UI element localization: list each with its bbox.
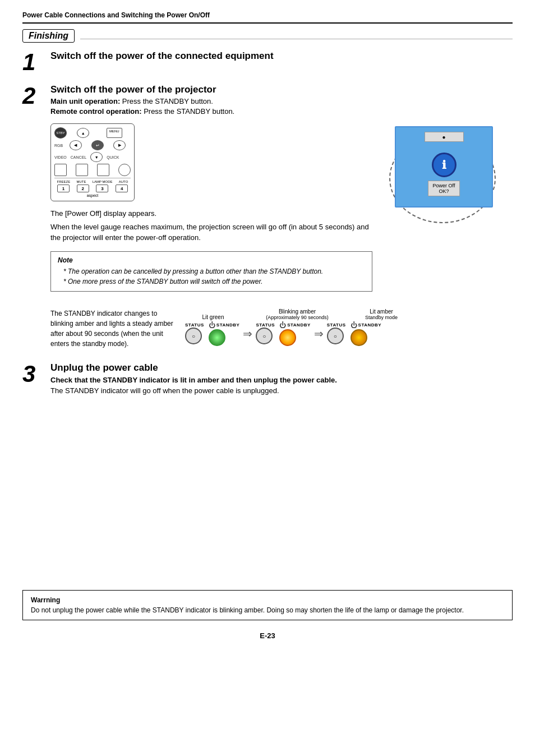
lit-green-label: Lit green (185, 314, 241, 320)
status-circle-3: ○ (327, 328, 344, 344)
lit-amber-label: Lit amber Standby mode (353, 308, 409, 320)
note-item-1: * The operation can be cancelled by pres… (63, 266, 365, 276)
warning-text: Do not unplug the power cable while the … (31, 606, 504, 614)
projector-display: ● ℹ Power Off OK? (384, 123, 513, 299)
standby-btn: STBY (54, 127, 67, 139)
header-title: Power Cable Connections and Switching th… (22, 11, 210, 19)
step-1-title: Switch off the power of the connected eq… (50, 50, 513, 62)
step-3-check: Check that the STANDBY indicator is lit … (50, 376, 513, 384)
power-display-wrap: ● ℹ Power Off OK? (384, 123, 501, 227)
indicator-desc: The STANDBY indicator changes to blinkin… (50, 308, 174, 349)
step-3-title: Unplug the power cable (50, 362, 513, 374)
info-icon: ℹ (432, 153, 456, 177)
standby-circle-3 (350, 329, 367, 346)
power-off-label: Power Off OK? (428, 181, 460, 196)
status-circle-1: ○ (185, 328, 202, 344)
warning-title: Warrning (31, 596, 504, 604)
remote-illustration: STBY ▲ MENU RGB ◀ ↵ ▶ (50, 123, 135, 201)
step2-level-text: When the level gauge reaches maximum, th… (50, 222, 372, 243)
note-title: Note (58, 256, 365, 264)
step2-display-text: The [Power Off] display appears. (50, 208, 372, 219)
indicator-groups: STATUS ○ ⏻ STANDBY ⇒ (185, 321, 513, 346)
step-3-standby: The STANDBY indicator will go off when t… (50, 386, 513, 395)
step-2-number: 2 (22, 84, 45, 108)
blinking-amber-label: Blinking amber (Approximately 90 seconds… (241, 308, 353, 320)
page-footer: E-23 (22, 631, 513, 640)
step-2-title: Switch off the power of the projector (50, 84, 513, 95)
step-1-number: 1 (22, 50, 45, 74)
aspect-label: aspect (54, 193, 131, 197)
note-box: Note * The operation can be cancelled by… (50, 251, 372, 292)
arrow-2: ⇒ (314, 327, 324, 340)
projector-screen: ● ℹ Power Off OK? (395, 126, 493, 208)
indicator-section: The STANDBY indicator changes to blinkin… (50, 308, 513, 349)
standby-circle-1 (209, 329, 225, 346)
step-2: 2 Switch off the power of the projector … (22, 84, 513, 349)
arrow-1: ⇒ (243, 327, 252, 340)
ind-group-3: STATUS ○ ⏻ STANDBY (327, 321, 381, 346)
section-title: Finishing (22, 29, 75, 43)
step-3-number: 3 (22, 362, 45, 386)
ind-group-1: STATUS ○ ⏻ STANDBY (185, 321, 239, 346)
step-3: 3 Unplug the power cable Check that the … (22, 362, 513, 395)
standby-circle-2 (279, 329, 296, 346)
step-2-main-op: Main unit operation: Press the STANDBY b… (50, 97, 513, 105)
page-number: E-23 (260, 631, 275, 640)
warning-box: Warrning Do not unplug the power cable w… (22, 590, 513, 620)
ind-group-2: STATUS ○ ⏻ STANDBY (256, 321, 310, 346)
step-3-content: Check that the STANDBY indicator is lit … (50, 376, 513, 395)
indicator-diagram: Lit green Blinking amber (Approximately … (185, 308, 513, 346)
note-item-2: * One more press of the STANDBY button w… (63, 276, 365, 287)
page-header: Power Cable Connections and Switching th… (22, 11, 513, 24)
status-circle-2: ○ (256, 328, 273, 344)
step-1: 1 Switch off the power of the connected … (22, 50, 513, 74)
step-2-remote-op: Remote control operation: Press the STAN… (50, 107, 513, 116)
